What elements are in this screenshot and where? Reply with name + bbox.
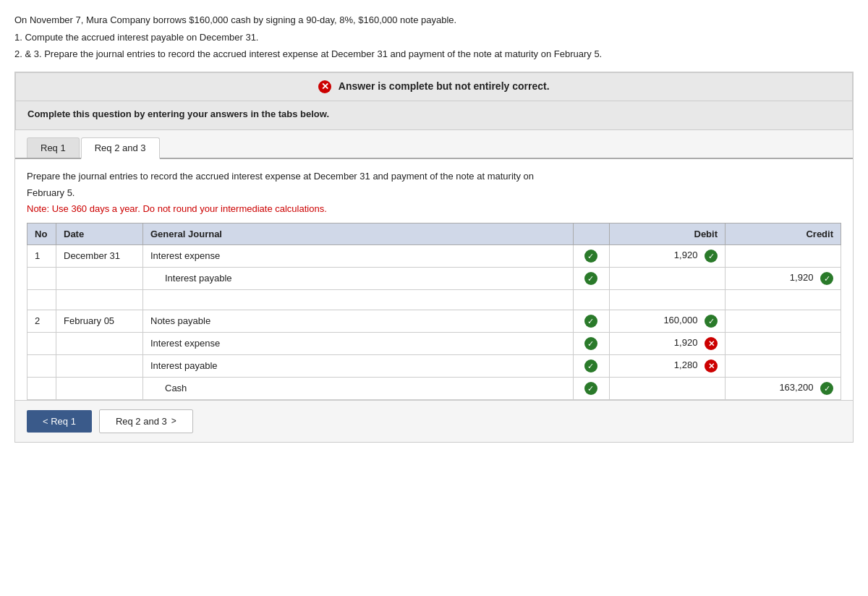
row4-date: February 05: [56, 310, 143, 332]
debit-x-icon: ✕: [705, 359, 718, 372]
row2-credit: 1,920 ✓: [726, 267, 841, 289]
row6-check-cell: ✓: [574, 354, 610, 377]
empty-journal: [143, 289, 574, 310]
row1-date: December 31: [56, 244, 143, 267]
row1-no: 1: [27, 244, 56, 267]
row4-journal: Notes payable: [143, 310, 574, 332]
col-header-date: Date: [56, 223, 143, 244]
tab-req1[interactable]: Req 1: [27, 137, 80, 158]
intro-line2: 1. Compute the accrued interest payable …: [14, 30, 854, 45]
bottom-nav: < Req 1 Req 2 and 3 >: [15, 400, 853, 442]
answer-banner: ✕ Answer is complete but not entirely co…: [15, 72, 853, 101]
desc-line1: Prepare the journal entries to record th…: [27, 169, 841, 184]
check-icon: ✓: [584, 250, 597, 263]
check-icon: ✓: [584, 359, 597, 372]
debit-check-icon: ✓: [705, 250, 718, 263]
row7-credit: 163,200 ✓: [726, 377, 841, 399]
tab-req2and3[interactable]: Req 2 and 3: [81, 137, 160, 159]
table-row-empty: [27, 289, 841, 310]
row2-journal: Interest payable: [143, 267, 574, 289]
intro-line3: 2. & 3. Prepare the journal entries to r…: [14, 47, 854, 61]
desc-line2: February 5.: [27, 186, 841, 200]
row7-check-cell: ✓: [574, 377, 610, 399]
empty-date: [56, 289, 143, 310]
row4-credit: [726, 310, 841, 332]
desc-note: Note: Use 360 days a year. Do not round …: [27, 203, 841, 214]
row7-journal: Cash: [143, 377, 574, 399]
check-icon: ✓: [584, 272, 597, 285]
row6-debit: 1,280 ✕: [610, 354, 726, 377]
req2and3-button[interactable]: Req 2 and 3 >: [99, 409, 193, 433]
row6-journal: Interest payable: [143, 354, 574, 377]
row2-no: [27, 267, 56, 289]
row6-date: [56, 354, 143, 377]
row5-check-cell: ✓: [574, 332, 610, 354]
empty-no: [27, 289, 56, 310]
check-icon: ✓: [584, 382, 597, 395]
row6-no: [27, 354, 56, 377]
row4-check-cell: ✓: [574, 310, 610, 332]
col-header-journal: General Journal: [143, 223, 574, 244]
banner-x-icon: ✕: [318, 80, 331, 93]
row2-debit: [610, 267, 726, 289]
intro-line1: On November 7, Mura Company borrows $160…: [14, 13, 854, 27]
row7-date: [56, 377, 143, 399]
credit-check-icon: ✓: [820, 382, 833, 395]
row5-date: [56, 332, 143, 354]
table-row: 1 December 31 Interest expense ✓ 1,920 ✓: [27, 244, 841, 267]
complete-text: Complete this question by entering your …: [15, 101, 853, 130]
journal-table: No Date General Journal Debit Credit 1 D…: [27, 223, 841, 400]
row5-credit: [726, 332, 841, 354]
table-row: Cash ✓ 163,200 ✓: [27, 377, 841, 399]
row5-no: [27, 332, 56, 354]
col-header-check: [574, 223, 610, 244]
table-row: Interest payable ✓ 1,280 ✕: [27, 354, 841, 377]
chevron-right-icon: >: [171, 416, 176, 426]
row6-credit: [726, 354, 841, 377]
row1-check-cell: ✓: [574, 244, 610, 267]
row4-no: 2: [27, 310, 56, 332]
tab-content: Prepare the journal entries to record th…: [15, 159, 853, 400]
tabs-row: Req 1 Req 2 and 3: [15, 130, 853, 159]
empty-debit: [610, 289, 726, 310]
debit-x-icon: ✕: [705, 337, 718, 350]
debit-check-icon: ✓: [705, 315, 718, 328]
banner-text: Answer is complete but not entirely corr…: [339, 80, 550, 92]
question-box: ✕ Answer is complete but not entirely co…: [14, 72, 854, 443]
intro-section: On November 7, Mura Company borrows $160…: [14, 13, 854, 61]
empty-credit: [726, 289, 841, 310]
table-row: Interest payable ✓ 1,920 ✓: [27, 267, 841, 289]
row1-credit: [726, 244, 841, 267]
empty-check: [574, 289, 610, 310]
row5-debit: 1,920 ✕: [610, 332, 726, 354]
table-row: 2 February 05 Notes payable ✓ 160,000 ✓: [27, 310, 841, 332]
row1-journal: Interest expense: [143, 244, 574, 267]
req1-button[interactable]: < Req 1: [27, 410, 92, 433]
row1-debit: 1,920 ✓: [610, 244, 726, 267]
row5-journal: Interest expense: [143, 332, 574, 354]
credit-check-icon: ✓: [820, 272, 833, 285]
col-header-credit: Credit: [726, 223, 841, 244]
row7-no: [27, 377, 56, 399]
table-row: Interest expense ✓ 1,920 ✕: [27, 332, 841, 354]
row7-debit: [610, 377, 726, 399]
col-header-no: No: [27, 223, 56, 244]
row2-date: [56, 267, 143, 289]
check-icon: ✓: [584, 337, 597, 350]
row2-check-cell: ✓: [574, 267, 610, 289]
col-header-debit: Debit: [610, 223, 726, 244]
check-icon: ✓: [584, 315, 597, 328]
row4-debit: 160,000 ✓: [610, 310, 726, 332]
